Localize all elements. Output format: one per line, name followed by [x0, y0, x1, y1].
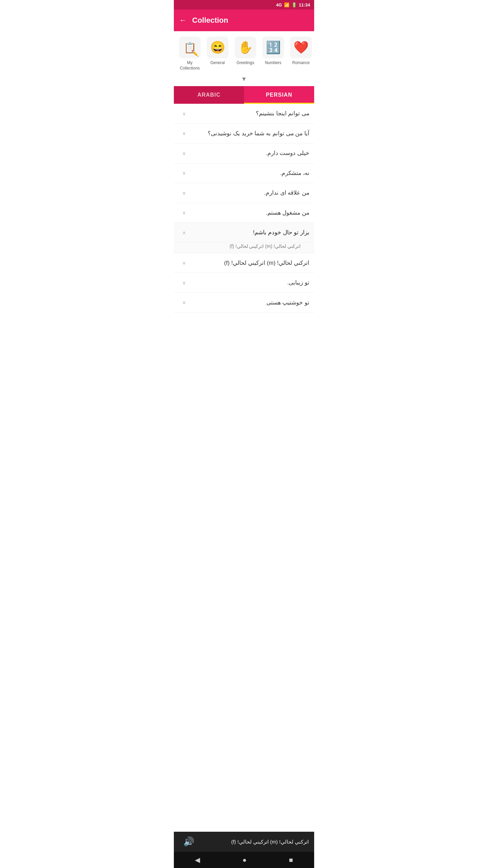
phrase-row[interactable]: ∨ تو زیبایی. [174, 273, 314, 293]
language-tabs: ARABICPERSIAN [174, 86, 314, 104]
phrase-chevron: ∨ [181, 151, 187, 156]
tab-persian[interactable]: PERSIAN [244, 86, 314, 104]
romance-icon: ❤️ [290, 37, 312, 58]
numbers-label: Numbers [265, 60, 282, 66]
romance-label: Romance [292, 60, 309, 66]
phrase-row[interactable]: ∧ بزار تو حال خودم باشم! [174, 223, 314, 243]
category-item-romance[interactable]: ❤️Romance [288, 35, 314, 72]
phrase-chevron: ∨ [181, 280, 187, 285]
phrase-chevron: ∨ [181, 131, 187, 136]
phrase-row[interactable]: ∨ آیا من می توانم به شما خرید یک نوشیدنی… [174, 124, 314, 144]
general-icon: 😄 [207, 37, 228, 58]
greetings-label: Greetings [237, 60, 254, 66]
phrase-row[interactable]: ∨ من علاقه ای ندارم. [174, 183, 314, 203]
phrase-chevron: ∧ [181, 230, 187, 235]
category-item-greetings[interactable]: ✋Greetings [232, 35, 259, 72]
header: ← Collection [174, 9, 314, 31]
phrase-row[interactable]: ∨ اتركني لحالي! (m) اتركيني لحالي! (f) [174, 253, 314, 273]
phrase-row[interactable]: ∨ تو خوشتیپ هستی [174, 293, 314, 313]
phrase-text: اتركني لحالي! (m) اتركيني لحالي! (f) [187, 259, 309, 268]
phrase-text: نه، متشکرم. [187, 169, 309, 178]
signal-icon: 4G [276, 2, 282, 7]
phrase-chevron: ∨ [181, 190, 187, 196]
phrase-text: من مشغول هستم. [187, 209, 309, 217]
phrase-chevron: ∨ [181, 170, 187, 176]
category-item-numbers[interactable]: 🔢Numbers [260, 35, 286, 72]
phrase-row[interactable]: ∨ خیلی دوست دارم. [174, 143, 314, 163]
phrase-row[interactable]: ∨ می توانم اینجا بنشینم؟ [174, 104, 314, 124]
phrase-text: آیا من می توانم به شما خرید یک نوشیدنی؟ [187, 129, 309, 138]
phrase-subtext: اتركني لحالي! (m) اتركيني لحالي! (f) [174, 243, 314, 253]
phrase-text: تو خوشتیپ هستی [187, 298, 309, 307]
phrase-text: بزار تو حال خودم باشم! [187, 228, 309, 237]
phrase-chevron: ∨ [181, 300, 187, 305]
expand-row: ▼ [174, 74, 314, 86]
phrase-row[interactable]: ∨ نه، متشکرم. [174, 163, 314, 183]
category-item-general[interactable]: 😄General [204, 35, 231, 72]
phrase-chevron: ∨ [181, 111, 187, 116]
phrase-list: ∨ می توانم اینجا بنشینم؟ ∨ آیا من می توا… [174, 104, 314, 313]
category-scroll: 📋 ✏️ My Collections😄General✋Greetings🔢Nu… [174, 31, 314, 74]
expand-categories-button[interactable]: ▼ [241, 76, 247, 83]
time-display: 11:34 [299, 2, 310, 7]
phrase-text: من علاقه ای ندارم. [187, 189, 309, 197]
my-collections-label: My Collections [177, 60, 202, 71]
greetings-icon: ✋ [235, 37, 256, 58]
page-title: Collection [192, 16, 228, 25]
phrase-text: تو زیبایی. [187, 278, 309, 287]
category-item-my-collections[interactable]: 📋 ✏️ My Collections [177, 35, 203, 72]
battery-icon: 🔋 [291, 2, 297, 7]
tab-arabic[interactable]: ARABIC [174, 86, 244, 104]
my-collections-icon: 📋 ✏️ [179, 37, 201, 58]
numbers-icon: 🔢 [262, 37, 284, 58]
phrase-row[interactable]: ∨ من مشغول هستم. [174, 203, 314, 223]
signal-bars: 📶 [284, 2, 289, 7]
back-button[interactable]: ← [179, 16, 187, 25]
status-bar: 4G 📶 🔋 11:34 [174, 0, 314, 9]
phrase-chevron: ∨ [181, 260, 187, 265]
phrase-text: خیلی دوست دارم. [187, 149, 309, 158]
phrase-text: می توانم اینجا بنشینم؟ [187, 109, 309, 118]
phrase-chevron: ∨ [181, 210, 187, 215]
general-label: General [210, 60, 225, 66]
